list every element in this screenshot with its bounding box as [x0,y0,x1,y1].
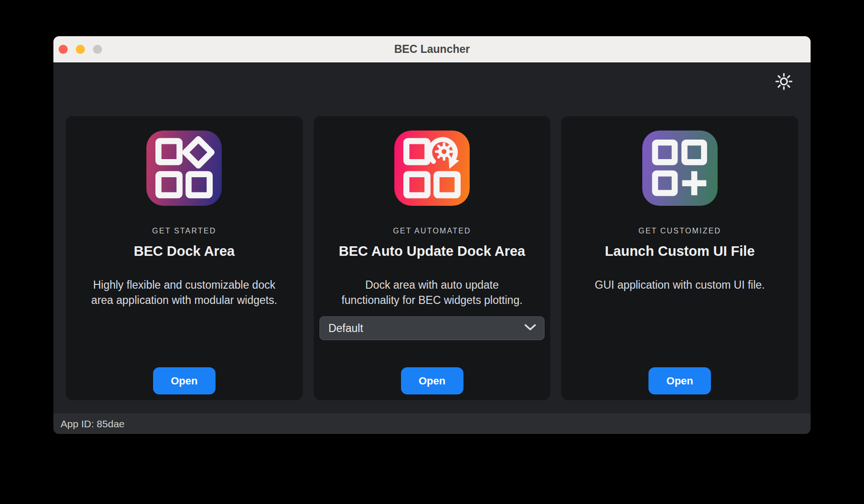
launcher-content: GET STARTED BEC Dock Area Highly flexibl… [53,62,811,413]
sun-icon [774,71,794,93]
card-overline: GET AUTOMATED [393,227,471,235]
window-title: BEC Launcher [53,36,811,62]
card-overline: GET STARTED [152,227,216,235]
titlebar: BEC Launcher [53,36,811,62]
card-row: GET STARTED BEC Dock Area Highly flexibl… [66,116,798,400]
open-dock-area-button[interactable]: Open [153,367,216,394]
app-window: BEC Launcher [53,36,811,434]
card-description: Highly flexible and customizable dock ar… [91,277,277,308]
statusbar: App ID: 85dae [53,413,811,434]
open-auto-update-button[interactable]: Open [401,367,463,394]
card-overline: GET CUSTOMIZED [638,227,721,235]
custom-ui-grid-icon [642,131,718,206]
card-description: Dock area with auto update functionality… [341,277,523,308]
auto-update-grid-icon [394,131,470,206]
theme-toggle-button[interactable] [773,71,795,93]
open-custom-ui-button[interactable]: Open [648,367,711,394]
card-description: GUI application with custom UI file. [595,277,765,292]
app-id-label: App ID: 85dae [61,418,124,430]
chevron-down-icon [524,323,536,333]
card-bec-dock-area: GET STARTED BEC Dock Area Highly flexibl… [66,116,303,400]
card-auto-update-dock-area: GET AUTOMATED BEC Auto Update Dock Area … [314,116,551,400]
card-launch-custom-ui: GET CUSTOMIZED Launch Custom UI File GUI… [561,116,798,400]
version-select-value: Default [329,322,363,335]
dock-grid-icon [146,131,222,206]
card-title: Launch Custom UI File [605,243,755,259]
card-title: BEC Auto Update Dock Area [339,243,525,259]
version-select[interactable]: Default [319,316,545,340]
card-title: BEC Dock Area [134,243,235,259]
